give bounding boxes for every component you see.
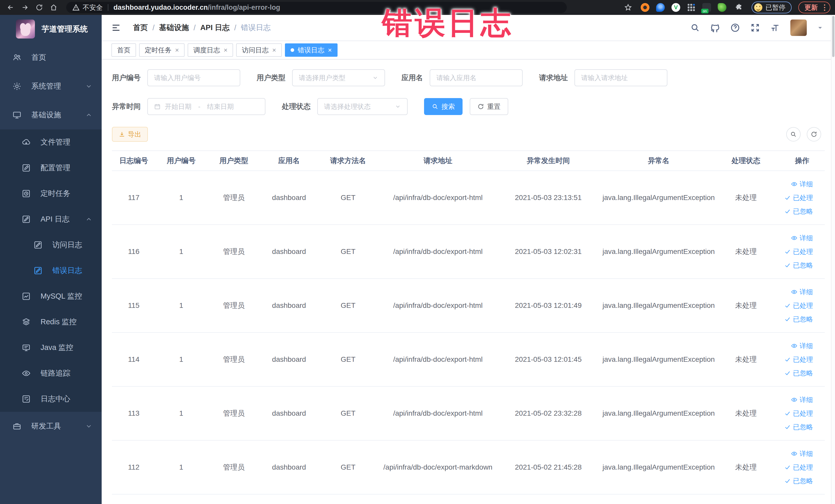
extension-icon-green-v[interactable]: V <box>672 3 680 12</box>
extensions-puzzle-icon[interactable] <box>733 2 745 13</box>
sidebar-item-scheduled-jobs[interactable]: 定时任务 <box>0 181 102 206</box>
profile-paused-pill[interactable]: 已暂停 <box>752 2 792 13</box>
tab-home[interactable]: 首页 <box>111 43 136 57</box>
extension-icon-blue-drop[interactable] <box>656 3 665 12</box>
scrollbar-thumb[interactable] <box>832 16 834 57</box>
refresh-button[interactable] <box>807 127 821 141</box>
detail-link[interactable]: 详细 <box>791 341 813 350</box>
help-icon[interactable] <box>730 23 740 33</box>
detail-link[interactable]: 详细 <box>791 234 813 243</box>
user-type-select[interactable]: 请选择用户类型 <box>292 69 385 86</box>
filter-label: 用户类型 <box>257 73 285 83</box>
sidebar-item-log-center[interactable]: 日志中心 <box>0 386 102 412</box>
sidebar-item-home[interactable]: 首页 <box>0 43 102 72</box>
detail-link[interactable]: 详细 <box>791 287 813 297</box>
sidebar-item-trace[interactable]: 链路追踪 <box>0 361 102 386</box>
column-header: 用户类型 <box>207 156 261 166</box>
mark-processed-link[interactable]: 已处理 <box>784 355 813 364</box>
search-icon[interactable] <box>690 23 700 33</box>
sidebar-item-java-monitor[interactable]: Java 监控 <box>0 335 102 361</box>
tab-scheduled-jobs[interactable]: 定时任务 × <box>139 43 185 57</box>
user-avatar[interactable] <box>790 20 807 36</box>
detail-link[interactable]: 详细 <box>791 180 813 189</box>
sidebar-item-access-log[interactable]: 访问日志 <box>0 232 102 258</box>
sidebar-item-config-manage[interactable]: 配置管理 <box>0 155 102 181</box>
search-button[interactable]: 搜索 <box>424 98 463 115</box>
extension-icon-orange[interactable] <box>641 3 649 12</box>
tab-error-log[interactable]: 错误日志 × <box>285 43 338 57</box>
tab-schedule-log[interactable]: 调度日志 × <box>188 43 233 57</box>
home-icon[interactable] <box>48 2 60 13</box>
mark-ignored-link[interactable]: 已忽略 <box>784 261 813 270</box>
github-icon[interactable] <box>710 23 720 33</box>
browser-menu-icon[interactable] <box>822 4 827 11</box>
search-button-label: 搜索 <box>442 102 455 111</box>
mark-processed-link[interactable]: 已处理 <box>784 193 813 202</box>
mark-ignored-label: 已忽略 <box>793 477 813 485</box>
mark-ignored-link[interactable]: 已忽略 <box>784 315 813 324</box>
tab-access-log[interactable]: 访问日志 × <box>236 43 282 57</box>
sidebar-item-system[interactable]: 系统管理 <box>0 72 102 101</box>
mark-processed-link[interactable]: 已处理 <box>784 463 813 472</box>
mark-ignored-label: 已忽略 <box>793 423 813 431</box>
bookmark-star-icon[interactable] <box>622 2 634 13</box>
cell-actions: 详细 已处理 已忽略 <box>774 234 825 270</box>
sidebar-item-redis-monitor[interactable]: Redis 监控 <box>0 309 102 335</box>
cell-log-id: 112 <box>112 463 156 471</box>
date-range-picker[interactable]: 开始日期 - 结束日期 <box>147 98 265 115</box>
extension-icon-leaf[interactable] <box>718 3 727 12</box>
date-separator: - <box>198 103 201 110</box>
address-bar[interactable]: 不安全 dashboard.yudao.iocoder.cn/infra/log… <box>66 2 567 13</box>
font-size-icon[interactable] <box>770 23 780 33</box>
reset-button[interactable]: 重置 <box>470 98 508 115</box>
cell-request-url: /api/infra/db-doc/export-html <box>379 247 497 256</box>
column-header: 操作 <box>774 156 825 166</box>
browser-actions: V 已暂停 更新 <box>622 2 830 13</box>
mark-ignored-link[interactable]: 已忽略 <box>784 369 813 378</box>
fullscreen-icon[interactable] <box>750 23 760 33</box>
mark-processed-link[interactable]: 已处理 <box>784 247 813 256</box>
reload-icon[interactable] <box>33 2 45 13</box>
sidebar-item-dev-tools[interactable]: 研发工具 <box>0 412 102 441</box>
browser-update-button[interactable]: 更新 <box>798 2 830 13</box>
extension-icon-grid[interactable] <box>687 3 696 12</box>
extension-icon-on-badge[interactable] <box>702 3 711 12</box>
mark-ignored-link[interactable]: 已忽略 <box>784 477 813 485</box>
tab-close-icon[interactable]: × <box>175 47 179 54</box>
cell-user-type: 管理员 <box>207 193 261 203</box>
sidebar-item-api-log[interactable]: API 日志 <box>0 206 102 232</box>
breadcrumb-item[interactable]: 首页 <box>133 23 148 33</box>
sidebar-item-infra[interactable]: 基础设施 <box>0 101 102 129</box>
page-scrollbar[interactable] <box>831 15 835 504</box>
export-button[interactable]: 导出 <box>112 127 148 142</box>
breadcrumb-item[interactable]: 基础设施 <box>159 23 189 33</box>
app-name-input[interactable]: 请输入应用名 <box>430 69 523 86</box>
user-id-input[interactable]: 请输入用户编号 <box>147 69 240 86</box>
sidebar-item-file-manage[interactable]: 文件管理 <box>0 129 102 155</box>
hamburger-icon[interactable] <box>111 23 121 33</box>
cell-log-id: 114 <box>112 355 156 364</box>
edit-icon <box>22 163 31 173</box>
tab-close-icon[interactable]: × <box>224 47 227 54</box>
tab-close-icon[interactable]: × <box>272 47 276 54</box>
avatar-caret-icon[interactable] <box>817 25 823 31</box>
sidebar-logo[interactable]: 芋道管理系统 <box>0 15 102 43</box>
cell-exception-time: 2021-05-03 12:01:45 <box>497 355 599 364</box>
table-row: 114 1 管理员 dashboard GET /api/infra/db-do… <box>112 333 825 387</box>
process-status-select[interactable]: 请选择处理状态 <box>317 98 408 115</box>
request-url-input[interactable]: 请输入请求地址 <box>574 69 667 86</box>
toggle-search-button[interactable] <box>786 127 801 141</box>
sidebar-item-mysql-monitor[interactable]: MySQL 监控 <box>0 283 102 309</box>
forward-icon[interactable] <box>19 2 31 13</box>
detail-link[interactable]: 详细 <box>791 449 813 458</box>
mark-ignored-link[interactable]: 已忽略 <box>784 423 813 431</box>
mark-processed-link[interactable]: 已处理 <box>784 301 813 310</box>
mark-ignored-link[interactable]: 已忽略 <box>784 207 813 216</box>
breadcrumb-item[interactable]: API 日志 <box>200 23 229 33</box>
mark-processed-link[interactable]: 已处理 <box>784 409 813 418</box>
tab-close-icon[interactable]: × <box>328 47 332 54</box>
sidebar-item-error-log[interactable]: 错误日志 <box>0 258 102 283</box>
back-icon[interactable] <box>5 2 16 13</box>
cell-method: GET <box>317 194 379 202</box>
detail-link[interactable]: 详细 <box>791 396 813 404</box>
